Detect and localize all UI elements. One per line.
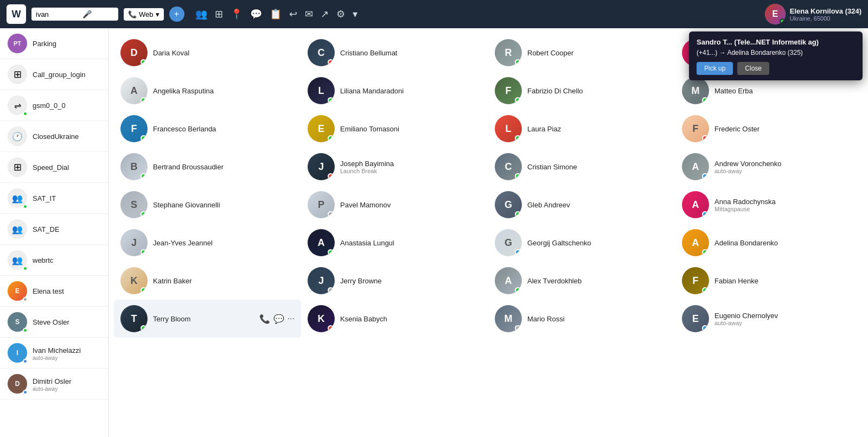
sidebar-item-webrtc[interactable]: 👥 webrtc — [0, 245, 108, 276]
external-icon[interactable]: ↗ — [321, 8, 329, 20]
terry-bloom-actions: 📞 💬 ··· — [259, 314, 295, 324]
sidebar-item-ivanm[interactable]: I Ivan Michelazzi auto-away — [0, 338, 108, 369]
contact-fabian-henke[interactable]: F Fabian Henke — [675, 262, 863, 300]
profile-status-dot — [780, 18, 785, 24]
sidebar-item-callgroup[interactable]: ⊞ Call_group_login — [0, 59, 108, 90]
sidebar-item-steveosler[interactable]: S Steve Osler — [0, 307, 108, 338]
dimitriosler-status-dot — [23, 390, 28, 395]
chat-icon[interactable]: 💬 — [250, 8, 262, 20]
contact-adelina-bondarenko[interactable]: A Adelina Bondarenko — [675, 224, 863, 262]
sidebar-label-webrtc: webrtc — [33, 256, 53, 264]
cristian-simone-status-dot — [515, 173, 521, 179]
contact-alex-tverdokhleb[interactable]: A Alex Tverdokhleb — [488, 262, 675, 300]
stephane-giovannelli-status-dot — [141, 211, 146, 217]
more-options-icon[interactable]: ··· — [288, 314, 295, 324]
liliana-mandaradoni-info: Liliana Mandaradoni — [340, 87, 482, 95]
francesco-berlanda-name: Francesco Berlanda — [153, 125, 295, 133]
georgij-galtschenko-info: Georgij Galtschenko — [527, 239, 669, 247]
contact-ksenia-babych[interactable]: K Ksenia Babych — [301, 300, 488, 338]
contact-frederic-oster[interactable]: F Frederic Oster — [675, 110, 863, 148]
more-icon[interactable]: ▾ — [353, 8, 358, 20]
emiliano-tomasoni-status-dot — [328, 135, 334, 141]
contact-anna-radochynska[interactable]: A Anna Radochynska Mittagspause — [675, 186, 863, 224]
bertrand-broussaudier-name: Bertrand Broussaudier — [153, 163, 295, 171]
alex-tverdokhleb-avatar: A — [495, 267, 522, 294]
contact-pavel-mamonov[interactable]: P Pavel Mamonov — [301, 186, 488, 224]
contact-emiliano-tomasoni[interactable]: E Emiliano Tomasoni — [301, 110, 488, 148]
joseph-bayimina-avatar: J — [308, 153, 335, 180]
contact-fabrizio-di-chello[interactable]: F Fabrizio Di Chello — [488, 72, 675, 110]
sidebar-item-parking[interactable]: PT Parking — [0, 28, 108, 59]
contact-bertrand-broussaudier[interactable]: B Bertrand Broussaudier — [114, 148, 301, 186]
profile-button[interactable]: E Elena Kornilova (324) Ukraine, 65000 — [765, 4, 861, 24]
contact-jerry-browne[interactable]: J Jerry Browne — [301, 262, 488, 300]
contact-joseph-bayimina[interactable]: J Joseph Bayimina Launch Break — [301, 148, 488, 186]
phone-icon: 📞 — [128, 10, 137, 18]
francesco-berlanda-avatar: F — [120, 115, 148, 142]
sidebar-item-satde[interactable]: 👥 SAT_DE — [0, 214, 108, 245]
daria-koval-avatar: D — [120, 39, 148, 66]
ksenia-babych-info: Ksenia Babych — [340, 315, 482, 323]
contact-robert-cooper[interactable]: R Robert Cooper — [488, 34, 675, 72]
web-label: Web — [139, 10, 154, 18]
eugenio-chernolyev-status: auto-away — [714, 320, 856, 326]
chat-icon[interactable]: 💬 — [273, 314, 284, 324]
contact-georgij-galtschenko[interactable]: G Georgij Galtschenko — [488, 224, 675, 262]
sidebar-label-satde: SAT_DE — [33, 225, 60, 233]
contact-anastasia-lungul[interactable]: A Anastasia Lungul — [301, 224, 488, 262]
georgij-galtschenko-name: Georgij Galtschenko — [527, 239, 669, 247]
ivanm-status-dot — [23, 359, 28, 364]
speeddial-icon: ⊞ — [8, 157, 27, 177]
contact-laura-piaz[interactable]: L Laura Piaz — [488, 110, 675, 148]
sidebar-item-elenatest[interactable]: E Elena test — [0, 276, 108, 307]
topbar: W 🎤 📞 Web ▾ + 👥 ⊞ 📍 💬 📋 ↩ ✉ ↗ ⚙ ▾ E Elen… — [0, 0, 868, 28]
mail-icon[interactable]: ✉ — [305, 8, 313, 20]
search-input[interactable] — [36, 10, 79, 18]
frederic-oster-name: Frederic Oster — [714, 125, 856, 133]
sidebar-item-closedukraine[interactable]: 🕐 ClosedUkraine — [0, 121, 108, 152]
history-icon[interactable]: ↩ — [289, 8, 297, 20]
contact-francesco-berlanda[interactable]: F Francesco Berlanda — [114, 110, 301, 148]
contact-andrew-voronchenko[interactable]: A Andrew Voronchenko auto-away — [675, 148, 863, 186]
contact-eugenio-chernolyev[interactable]: E Eugenio Chernolyev auto-away — [675, 300, 863, 338]
anna-radochynska-name: Anna Radochynska — [714, 198, 856, 206]
notes-icon[interactable]: 📋 — [270, 8, 282, 20]
cristian-simone-avatar: C — [495, 153, 522, 180]
sidebar-item-dimitriosler[interactable]: D Dimitri Osler auto-away — [0, 369, 108, 400]
contact-jean-yves-jeannel[interactable]: J Jean-Yves Jeannel — [114, 224, 301, 262]
pavel-mamonov-name: Pavel Mamonov — [340, 201, 482, 209]
pickup-button[interactable]: Pick up — [697, 62, 733, 75]
settings-icon[interactable]: ⚙ — [336, 8, 345, 20]
cristiano-bellumat-status-dot — [328, 59, 334, 65]
contact-daria-koval[interactable]: D Daria Koval — [114, 34, 301, 72]
mic-icon[interactable]: 🎤 — [82, 10, 92, 18]
alex-tverdokhleb-info: Alex Tverdokhleb — [527, 277, 669, 285]
sidebar-item-satit[interactable]: 👥 SAT_IT — [0, 183, 108, 214]
grid-icon[interactable]: ⊞ — [215, 8, 223, 20]
contact-stephane-giovannelli[interactable]: S Stephane Giovannelli — [114, 186, 301, 224]
map-icon[interactable]: 📍 — [231, 8, 242, 20]
jean-yves-jeannel-avatar: J — [120, 229, 148, 256]
bertrand-broussaudier-avatar: B — [120, 153, 148, 180]
contact-cristian-simone[interactable]: C Cristian Simone — [488, 148, 675, 186]
sidebar-item-gsm[interactable]: ⇌ gsm0_0_0 — [0, 90, 108, 121]
contact-gleb-andreev[interactable]: G Gleb Andreev — [488, 186, 675, 224]
contacts-icon[interactable]: 👥 — [195, 8, 207, 20]
contact-angelika-rasputina[interactable]: A Angelika Rasputina — [114, 72, 301, 110]
contact-katrin-baker[interactable]: K Katrin Baker — [114, 262, 301, 300]
jerry-browne-info: Jerry Browne — [340, 277, 482, 285]
web-dropdown[interactable]: 📞 Web ▾ — [124, 8, 164, 21]
chevron-down-icon: ▾ — [156, 10, 159, 18]
sidebar-item-speeddial[interactable]: ⊞ Speed_Dial — [0, 152, 108, 183]
add-button[interactable]: + — [169, 7, 184, 22]
closedukraine-icon: 🕐 — [8, 126, 27, 146]
call-icon[interactable]: 📞 — [259, 314, 270, 324]
adelina-bondarenko-info: Adelina Bondarenko — [714, 239, 856, 247]
sidebar-label-steveosler: Steve Osler — [33, 318, 69, 326]
angelika-rasputina-avatar: A — [120, 77, 148, 104]
close-call-button[interactable]: Close — [737, 62, 769, 75]
contact-mario-rossi[interactable]: M Mario Rossi — [488, 300, 675, 338]
contact-terry-bloom[interactable]: T Terry Bloom 📞 💬 ··· — [114, 300, 301, 338]
contact-cristiano-bellumat[interactable]: C Cristiano Bellumat — [301, 34, 488, 72]
contact-liliana-mandaradoni[interactable]: L Liliana Mandaradoni — [301, 72, 488, 110]
